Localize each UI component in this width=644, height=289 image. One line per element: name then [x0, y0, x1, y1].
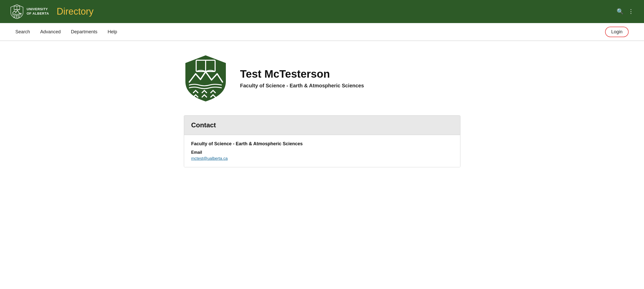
- contact-section-title: Contact: [184, 116, 460, 135]
- nav-search[interactable]: Search: [15, 29, 30, 35]
- contact-department: Faculty of Science - Earth & Atmospheric…: [191, 141, 453, 147]
- nav-help[interactable]: Help: [108, 29, 117, 35]
- nav-departments[interactable]: Departments: [71, 29, 97, 35]
- nav-advanced[interactable]: Advanced: [40, 29, 61, 35]
- contact-card: Contact Faculty of Science - Earth & Atm…: [184, 115, 460, 167]
- header-actions: 🔍 ⋮: [617, 8, 634, 15]
- nav-links: Search Advanced Departments Help: [15, 29, 117, 35]
- login-button[interactable]: Login: [605, 27, 629, 37]
- header-left: UNIVERSITY OF ALBERTA Directory: [10, 4, 93, 19]
- shield-icon: [10, 4, 24, 19]
- profile-department: Faculty of Science - Earth & Atmospheric…: [240, 83, 364, 89]
- main-nav: Search Advanced Departments Help Login: [0, 23, 644, 41]
- site-header: UNIVERSITY OF ALBERTA Directory 🔍 ⋮: [0, 0, 644, 23]
- menu-icon[interactable]: ⋮: [628, 8, 634, 15]
- profile-section: Test McTesterson Faculty of Science - Ea…: [184, 54, 460, 102]
- university-logo[interactable]: UNIVERSITY OF ALBERTA: [10, 4, 49, 19]
- email-value[interactable]: mctest@ualberta.ca: [191, 156, 453, 161]
- site-title: Directory: [57, 6, 93, 17]
- profile-shield-icon: [184, 54, 227, 102]
- search-icon[interactable]: 🔍: [617, 8, 624, 15]
- university-name: UNIVERSITY OF ALBERTA: [27, 7, 49, 16]
- profile-info: Test McTesterson Faculty of Science - Ea…: [240, 68, 364, 89]
- email-label: Email: [191, 150, 453, 155]
- main-content: Test McTesterson Faculty of Science - Ea…: [168, 41, 476, 183]
- contact-body: Faculty of Science - Earth & Atmospheric…: [184, 135, 460, 167]
- profile-name: Test McTesterson: [240, 68, 364, 80]
